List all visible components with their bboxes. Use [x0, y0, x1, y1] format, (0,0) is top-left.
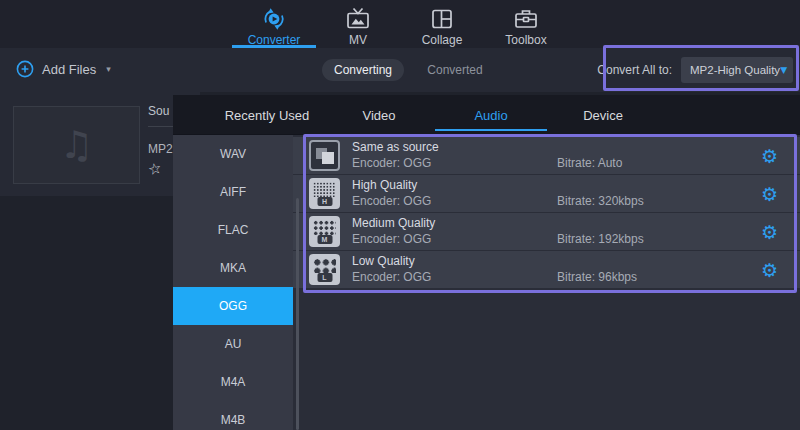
add-files-label: Add Files [42, 62, 96, 77]
tab-audio[interactable]: Audio [435, 95, 547, 135]
file-info-divider [148, 126, 173, 127]
high-quality-icon: H [309, 178, 340, 209]
format-item-flac[interactable]: FLAC [173, 211, 293, 249]
profile-bitrate: Bitrate: Auto [557, 156, 622, 170]
app-window: Converter MV [0, 0, 800, 430]
quality-badge: L [317, 273, 332, 282]
format-picker-panel: Recently Used Video Audio Device WAV AIF… [173, 95, 800, 430]
music-note-icon: ♫ [59, 123, 93, 167]
profile-encoder: Encoder: OGG [352, 156, 431, 170]
profile-list: Same as source Encoder: OGG Bitrate: Aut… [293, 135, 800, 430]
tab-toolbox-label: Toolbox [505, 33, 546, 47]
add-files-button[interactable]: Add Files ▾ [16, 60, 111, 78]
profile-encoder: Encoder: OGG [352, 270, 431, 284]
converter-icon [261, 5, 287, 33]
file-format-text: MP2 [148, 142, 173, 156]
profile-encoder: Encoder: OGG [352, 194, 431, 208]
sidebar-scrollbar[interactable] [296, 198, 299, 430]
top-nav: Converter MV [0, 0, 800, 48]
profile-row-low-quality[interactable]: L Low Quality Encoder: OGG Bitrate: 96kb… [293, 251, 800, 288]
settings-gear-icon[interactable]: ⚙ [761, 222, 778, 241]
quality-badge: H [317, 197, 332, 206]
output-format-dropdown[interactable]: MP2-High Quality ▼ [681, 57, 793, 83]
profile-title: High Quality [352, 178, 417, 192]
same-as-source-icon [309, 140, 340, 171]
profile-row-medium-quality[interactable]: M Medium Quality Encoder: OGG Bitrate: 1… [293, 213, 800, 250]
tab-converter-label: Converter [248, 33, 301, 47]
profile-title: Low Quality [352, 254, 415, 268]
format-item-mka[interactable]: MKA [173, 249, 293, 287]
tab-converter[interactable]: Converter [232, 0, 316, 48]
chevron-down-icon: ▾ [106, 64, 111, 74]
profile-title: Same as source [352, 140, 439, 154]
output-format-value: MP2-High Quality [690, 64, 780, 76]
medium-quality-icon: M [309, 216, 340, 247]
profile-encoder: Encoder: OGG [352, 232, 431, 246]
mv-icon [345, 5, 371, 33]
convert-all-label: Convert All to: [597, 63, 672, 77]
profile-row-same-as-source[interactable]: Same as source Encoder: OGG Bitrate: Aut… [293, 137, 800, 174]
profile-row-high-quality[interactable]: H High Quality Encoder: OGG Bitrate: 320… [293, 175, 800, 212]
format-sidebar: WAV AIFF FLAC MKA OGG AU M4A M4B [173, 135, 293, 430]
converting-tab[interactable]: Converting [322, 59, 404, 81]
settings-gear-icon[interactable]: ⚙ [761, 260, 778, 279]
toolbox-icon [513, 5, 539, 33]
profile-bitrate: Bitrate: 96kbps [557, 270, 637, 284]
edit-star-icon[interactable]: ☆ [148, 159, 163, 179]
file-list-item[interactable]: ♫ Sou MP2 ☆ [0, 92, 200, 196]
format-item-m4a[interactable]: M4A [173, 363, 293, 401]
format-item-m4b[interactable]: M4B [173, 401, 293, 430]
settings-gear-icon[interactable]: ⚙ [761, 146, 778, 165]
collage-icon [429, 5, 455, 33]
tab-mv-label: MV [349, 33, 367, 47]
format-item-ogg[interactable]: OGG [173, 287, 293, 325]
low-quality-icon: L [309, 254, 340, 285]
toolbar: Add Files ▾ Converting Converted Convert… [0, 48, 800, 92]
tab-collage[interactable]: Collage [400, 0, 484, 48]
file-source-text: Sou [148, 104, 169, 118]
quality-badge: M [317, 235, 332, 244]
tab-mv[interactable]: MV [316, 0, 400, 48]
settings-gear-icon[interactable]: ⚙ [761, 184, 778, 203]
converted-tab[interactable]: Converted [412, 59, 498, 81]
dropdown-caret-icon: ▼ [780, 65, 787, 75]
add-plus-icon [16, 60, 34, 78]
tab-toolbox[interactable]: Toolbox [484, 0, 568, 48]
profile-title: Medium Quality [352, 216, 435, 230]
format-item-aiff[interactable]: AIFF [173, 173, 293, 211]
tab-collage-label: Collage [422, 33, 463, 47]
audio-thumbnail: ♫ [13, 106, 140, 184]
profile-bitrate: Bitrate: 192kbps [557, 232, 644, 246]
tab-recently-used[interactable]: Recently Used [211, 95, 323, 135]
tab-video[interactable]: Video [323, 95, 435, 135]
convert-all-group: Convert All to: MP2-High Quality ▼ [597, 57, 793, 83]
format-item-au[interactable]: AU [173, 325, 293, 363]
tab-device[interactable]: Device [547, 95, 659, 135]
file-info: Sou MP2 ☆ [148, 92, 173, 196]
profile-bitrate: Bitrate: 320kbps [557, 194, 644, 208]
format-category-tabs: Recently Used Video Audio Device [173, 95, 800, 135]
format-item-wav[interactable]: WAV [173, 135, 293, 173]
